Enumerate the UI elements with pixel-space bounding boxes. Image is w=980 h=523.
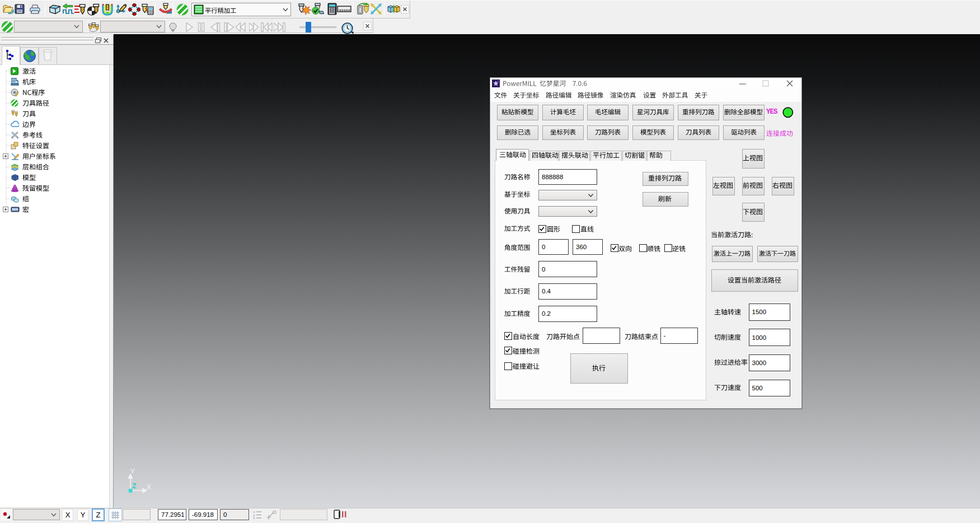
svg-text:z: z	[253, 516, 255, 520]
svg-text:Z: Z	[132, 482, 137, 490]
svg-text:Y: Y	[130, 468, 135, 475]
svg-text:X: X	[147, 483, 152, 491]
